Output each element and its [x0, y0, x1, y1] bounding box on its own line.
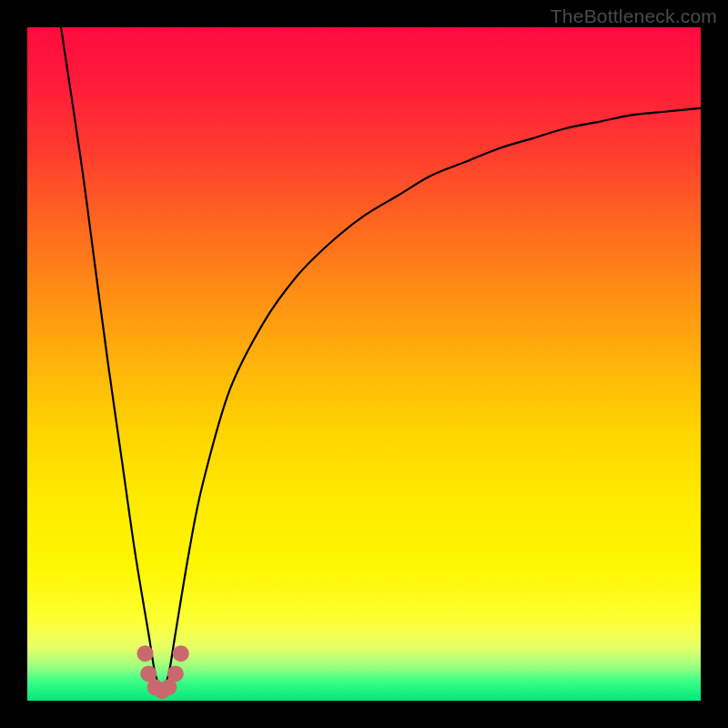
- optimal-range-markers: [27, 27, 701, 701]
- watermark-text: TheBottleneck.com: [551, 5, 717, 27]
- optimal-marker: [167, 665, 184, 682]
- optimal-marker: [137, 645, 154, 662]
- optimal-marker: [173, 645, 189, 662]
- chart-plot-area: [27, 27, 701, 701]
